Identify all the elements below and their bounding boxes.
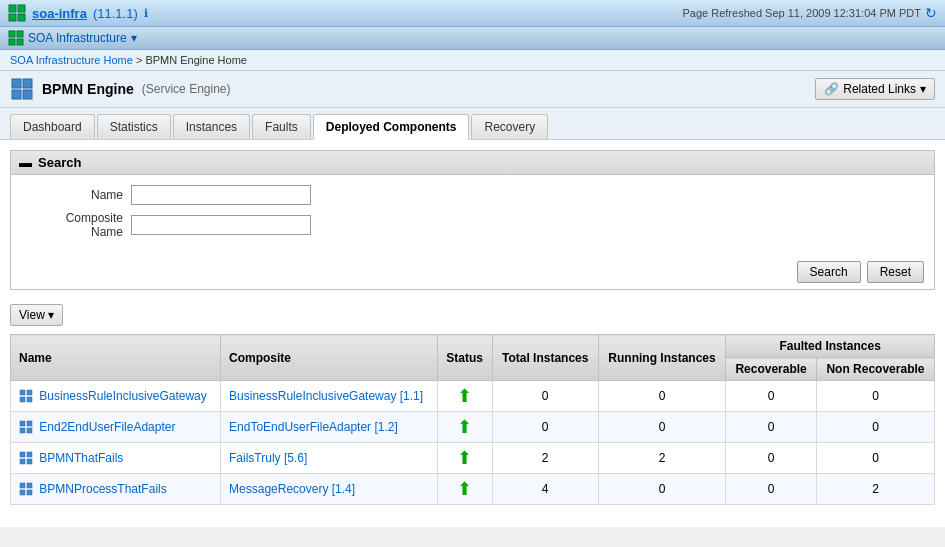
cell-composite: FailsTruly [5.6] [221, 443, 438, 474]
row-icon [19, 482, 33, 496]
svg-rect-11 [23, 90, 32, 99]
cell-total: 4 [492, 474, 598, 505]
app-title[interactable]: soa-infra [32, 6, 87, 21]
search-header[interactable]: ▬ Search [11, 151, 934, 175]
related-links-button[interactable]: 🔗 Related Links ▾ [815, 78, 935, 100]
search-button[interactable]: Search [797, 261, 861, 283]
soa-nav-icon [8, 30, 24, 46]
breadcrumb: SOA Infrastructure Home > BPMN Engine Ho… [0, 50, 945, 71]
page-subtitle: (Service Engine) [142, 82, 231, 96]
tab-recovery[interactable]: Recovery [471, 114, 548, 139]
table-toolbar: View ▾ [10, 300, 935, 330]
cell-composite: EndToEndUserFileAdapter [1.2] [221, 412, 438, 443]
composite-name-row: Composite Name [31, 211, 914, 239]
cell-status: ⬆ [437, 443, 492, 474]
th-running-instances: Running Instances [598, 335, 726, 381]
cell-running: 0 [598, 412, 726, 443]
th-composite: Composite [221, 335, 438, 381]
cell-non-recoverable: 2 [816, 474, 934, 505]
cell-composite: BusinessRuleInclusiveGateway [1.1] [221, 381, 438, 412]
search-title: Search [38, 155, 81, 170]
search-body: Name Composite Name [11, 175, 934, 255]
reset-button[interactable]: Reset [867, 261, 924, 283]
breadcrumb-current: BPMN Engine Home [145, 54, 247, 66]
svg-rect-23 [27, 459, 32, 464]
cell-composite: MessageRecovery [1.4] [221, 474, 438, 505]
svg-rect-5 [17, 31, 23, 37]
svg-rect-21 [27, 452, 32, 457]
composite-name-input[interactable] [131, 215, 311, 235]
row-name-link[interactable]: End2EndUserFileAdapter [39, 420, 175, 434]
svg-rect-19 [27, 428, 32, 433]
view-button[interactable]: View ▾ [10, 304, 63, 326]
composite-name-label: Composite Name [31, 211, 131, 239]
cell-status: ⬆ [437, 474, 492, 505]
th-non-recoverable: Non Recoverable [816, 358, 934, 381]
row-name-link[interactable]: BusinessRuleInclusiveGateway [39, 389, 206, 403]
svg-rect-25 [27, 483, 32, 488]
cell-recoverable: 0 [726, 443, 817, 474]
row-icon [19, 420, 33, 434]
row-composite-link[interactable]: BusinessRuleInclusiveGateway [1.1] [229, 389, 423, 403]
row-composite-link[interactable]: EndToEndUserFileAdapter [1.2] [229, 420, 398, 434]
deployed-components-table: Name Composite Status Total Instances Ru… [10, 334, 935, 505]
table-row: BusinessRuleInclusiveGateway BusinessRul… [11, 381, 935, 412]
row-icon [19, 389, 33, 403]
table-row: BPMNThatFails FailsTruly [5.6] ⬆ 2 2 0 0 [11, 443, 935, 474]
row-composite-link[interactable]: MessageRecovery [1.4] [229, 482, 355, 496]
th-name: Name [11, 335, 221, 381]
svg-rect-17 [27, 421, 32, 426]
cell-total: 0 [492, 381, 598, 412]
svg-rect-6 [9, 39, 15, 45]
tabs-bar: Dashboard Statistics Instances Faults De… [0, 108, 945, 140]
cell-non-recoverable: 0 [816, 412, 934, 443]
top-bar: soa-infra (11.1.1) ℹ Page Refreshed Sep … [0, 0, 945, 27]
breadcrumb-separator: > [136, 54, 145, 66]
view-arrow: ▾ [48, 308, 54, 322]
search-actions: Search Reset [11, 255, 934, 289]
breadcrumb-home[interactable]: SOA Infrastructure Home [10, 54, 133, 66]
svg-rect-1 [18, 5, 25, 12]
collapse-icon: ▬ [19, 155, 32, 170]
row-name-link[interactable]: BPMNThatFails [39, 451, 123, 465]
info-icon[interactable]: ℹ [144, 7, 148, 20]
th-status: Status [437, 335, 492, 381]
soa-icon [8, 4, 26, 22]
top-bar-left: soa-infra (11.1.1) ℹ [8, 4, 148, 22]
cell-recoverable: 0 [726, 474, 817, 505]
tab-instances[interactable]: Instances [173, 114, 250, 139]
soa-nav: SOA Infrastructure ▾ [0, 27, 945, 50]
svg-rect-7 [17, 39, 23, 45]
cell-name: BPMNThatFails [11, 443, 221, 474]
top-bar-right: Page Refreshed Sep 11, 2009 12:31:04 PM … [683, 5, 938, 21]
cell-recoverable: 0 [726, 381, 817, 412]
tab-statistics[interactable]: Statistics [97, 114, 171, 139]
page-header: BPMN Engine (Service Engine) 🔗 Related L… [0, 71, 945, 108]
svg-rect-20 [20, 452, 25, 457]
svg-rect-13 [27, 390, 32, 395]
view-label: View [19, 308, 45, 322]
cell-status: ⬆ [437, 381, 492, 412]
search-section: ▬ Search Name Composite Name Search Rese… [10, 150, 935, 290]
svg-rect-26 [20, 490, 25, 495]
svg-rect-0 [9, 5, 16, 12]
row-name-link[interactable]: BPMNProcessThatFails [39, 482, 166, 496]
svg-rect-9 [23, 79, 32, 88]
soa-nav-item[interactable]: SOA Infrastructure ▾ [8, 30, 137, 46]
svg-rect-24 [20, 483, 25, 488]
tab-faults[interactable]: Faults [252, 114, 311, 139]
name-row: Name [31, 185, 914, 205]
tab-dashboard[interactable]: Dashboard [10, 114, 95, 139]
name-input[interactable] [131, 185, 311, 205]
table-row: End2EndUserFileAdapter EndToEndUserFileA… [11, 412, 935, 443]
svg-rect-27 [27, 490, 32, 495]
cell-recoverable: 0 [726, 412, 817, 443]
row-composite-link[interactable]: FailsTruly [5.6] [229, 451, 307, 465]
cell-non-recoverable: 0 [816, 443, 934, 474]
svg-rect-15 [27, 397, 32, 402]
cell-non-recoverable: 0 [816, 381, 934, 412]
tab-deployed-components[interactable]: Deployed Components [313, 114, 470, 140]
svg-rect-2 [9, 14, 16, 21]
refresh-icon[interactable]: ↻ [925, 5, 937, 21]
row-icon [19, 451, 33, 465]
